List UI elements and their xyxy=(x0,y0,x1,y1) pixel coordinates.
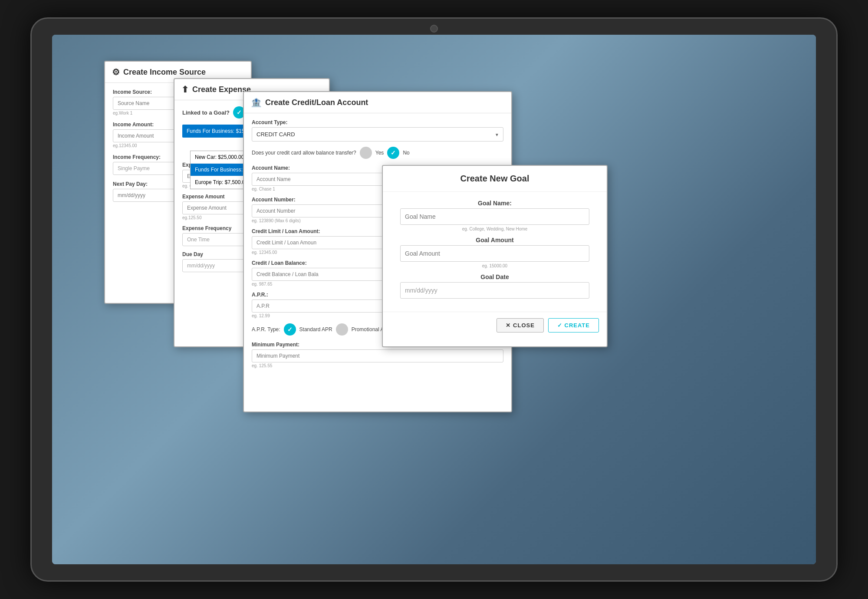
account-type-select-wrapper: CREDIT CARD xyxy=(252,127,503,142)
goal-date-input[interactable] xyxy=(400,282,589,299)
account-type-label: Account Type: xyxy=(252,119,503,125)
tablet-screen: ⚙ Create Income Source Income Source: eg… xyxy=(52,35,816,564)
account-type-group: Account Type: CREDIT CARD xyxy=(252,119,503,142)
goal-name-group: Goal Name: eg. College, Wedding, New Hom… xyxy=(400,200,589,231)
balance-transfer-no-label: No xyxy=(403,150,409,156)
goal-form-body: Goal Name: eg. College, Wedding, New Hom… xyxy=(383,192,607,312)
balance-transfer-yes-toggle[interactable]: ✓ xyxy=(387,147,399,159)
linked-goal-label: Linked to a Goal? xyxy=(182,109,230,116)
credit-dialog-title: Create Credit/Loan Account xyxy=(265,98,368,107)
goal-name-hint: eg. College, Wedding, New Home xyxy=(400,227,589,231)
goal-dialog-header: Create New Goal xyxy=(383,166,607,192)
goal-date-group: Goal Date xyxy=(400,273,589,299)
tablet-camera xyxy=(430,25,438,33)
goal-amount-label: Goal Amount xyxy=(400,237,589,244)
apr-standard-label: Standard APR xyxy=(299,326,332,332)
min-payment-input[interactable] xyxy=(252,349,503,362)
close-button[interactable]: ✕ CLOSE xyxy=(496,318,543,332)
goal-amount-input[interactable] xyxy=(400,245,589,262)
credit-dialog-header: 🏦 Create Credit/Loan Account xyxy=(244,92,511,113)
account-type-select[interactable]: CREDIT CARD xyxy=(252,127,503,142)
goal-name-label: Goal Name: xyxy=(400,200,589,207)
credit-icon: 🏦 xyxy=(251,97,262,108)
income-icon: ⚙ xyxy=(112,67,120,77)
goal-name-input[interactable] xyxy=(400,208,589,225)
apr-type-label: A.P.R. Type: xyxy=(252,326,280,332)
tablet-frame: ⚙ Create Income Source Income Source: eg… xyxy=(30,17,838,582)
create-goal-dialog: Create New Goal Goal Name: eg. College, … xyxy=(382,165,608,347)
goal-amount-hint: eg. 15000.00 xyxy=(400,263,589,268)
income-dialog-title: Create Income Source xyxy=(123,68,206,77)
apr-standard-toggle[interactable]: ✓ xyxy=(284,323,296,336)
goal-dialog-title: Create New Goal xyxy=(460,174,529,183)
goal-dialog-buttons: ✕ CLOSE ✓ CREATE xyxy=(383,312,607,339)
balance-transfer-label: Does your credit card allow balance tran… xyxy=(252,150,356,156)
balance-transfer-yes-label: Yes xyxy=(375,150,384,156)
expense-icon: ⬆ xyxy=(181,84,189,95)
min-payment-hint: eg. 125.55 xyxy=(252,363,503,368)
balance-transfer-no-toggle[interactable] xyxy=(360,147,372,159)
expense-dialog-title: Create Expense xyxy=(192,85,251,94)
create-button[interactable]: ✓ CREATE xyxy=(548,318,599,332)
goal-amount-group: Goal Amount eg. 15000.00 xyxy=(400,237,589,268)
balance-transfer-row: Does your credit card allow balance tran… xyxy=(252,147,503,159)
goal-date-label: Goal Date xyxy=(400,273,589,280)
apr-promotional-toggle[interactable] xyxy=(336,323,348,336)
